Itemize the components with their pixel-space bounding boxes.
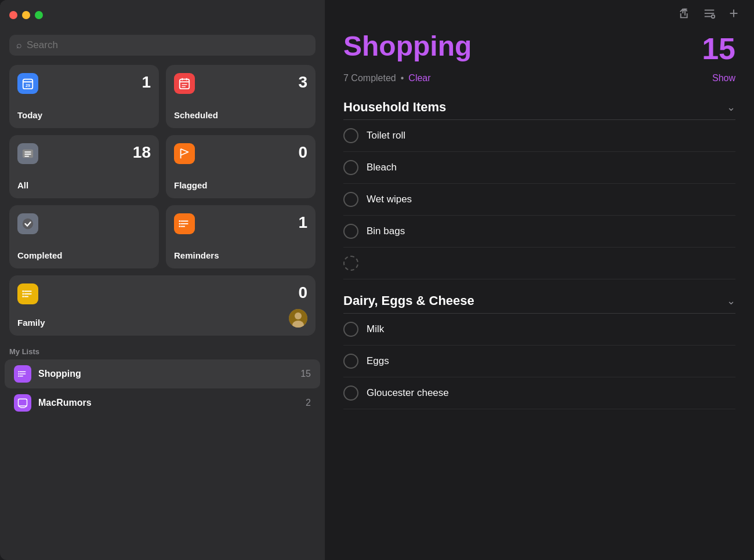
sidebar: ⌕ 29 1 Today	[0, 0, 325, 560]
all-card[interactable]: 18 All	[9, 135, 159, 198]
todo-checkbox-eggs[interactable]	[343, 354, 358, 369]
add-reminder-button[interactable]	[727, 7, 740, 20]
clear-button[interactable]: Clear	[408, 73, 430, 83]
shopping-list-name: Shopping	[38, 369, 293, 379]
todo-item-toilet-roll[interactable]: Toilet roll	[343, 120, 735, 152]
scheduled-count: 3	[298, 73, 307, 92]
svg-point-32	[18, 371, 19, 372]
todo-item-eggs[interactable]: Eggs	[343, 346, 735, 377]
search-icon: ⌕	[16, 40, 22, 50]
svg-point-23	[22, 290, 24, 292]
dairy-section-title: Dairy, Eggs & Cheese	[343, 293, 474, 308]
svg-rect-3	[180, 79, 190, 89]
family-icon	[17, 283, 38, 304]
todo-item-bleach[interactable]: Bleach	[343, 152, 735, 184]
smart-lists-grid-2: Completed 1 Reminders	[0, 205, 325, 268]
macrumors-list-name: MacRumors	[38, 398, 299, 408]
family-avatar	[289, 309, 307, 328]
search-input[interactable]	[27, 39, 309, 51]
todo-checkbox-bin-bags[interactable]	[343, 224, 358, 239]
todo-item-gloucester[interactable]: Gloucester cheese	[343, 377, 735, 409]
fullscreen-button[interactable]	[35, 11, 43, 19]
todo-text-eggs: Eggs	[367, 355, 389, 367]
household-section-header[interactable]: Household Items ⌄	[343, 90, 735, 120]
flagged-card[interactable]: 0 Flagged	[166, 135, 316, 198]
completed-card[interactable]: Completed	[9, 205, 159, 268]
scheduled-card[interactable]: 3 Scheduled	[166, 65, 316, 128]
main-toolbar	[325, 0, 754, 27]
list-item-macrumors[interactable]: MacRumors 2	[5, 388, 320, 417]
svg-point-18	[179, 223, 180, 225]
smart-lists-grid: 29 1 Today	[0, 65, 325, 198]
todo-checkbox-toilet-roll[interactable]	[343, 128, 358, 143]
dairy-section: Dairy, Eggs & Cheese ⌄ Milk Eggs Glouces…	[325, 284, 754, 409]
todo-item-bin-bags[interactable]: Bin bags	[343, 216, 735, 248]
my-lists-label: My Lists	[0, 343, 325, 359]
todo-text-toilet-roll: Toilet roll	[367, 130, 405, 141]
svg-point-33	[18, 373, 19, 374]
svg-point-27	[295, 312, 302, 319]
household-section: Household Items ⌄ Toilet roll Bleach Wet…	[325, 90, 754, 279]
svg-rect-35	[19, 399, 27, 406]
reminders-count: 1	[298, 213, 307, 232]
main-content: Shopping 15 7 Completed • Clear Show Hou…	[325, 0, 754, 560]
list-total-count: 15	[702, 31, 735, 66]
household-chevron-icon: ⌄	[727, 101, 735, 114]
all-label: All	[17, 180, 151, 190]
svg-text:29: 29	[26, 83, 30, 88]
dairy-chevron-icon: ⌄	[727, 294, 735, 307]
list-options-button[interactable]	[703, 7, 716, 20]
today-label: Today	[17, 110, 151, 120]
flagged-label: Flagged	[174, 180, 307, 190]
list-item-shopping[interactable]: Shopping 15	[5, 359, 320, 388]
today-count: 1	[142, 73, 151, 92]
family-card[interactable]: 0 Family	[9, 275, 316, 336]
all-count: 18	[133, 143, 151, 162]
separator-dot: •	[401, 73, 404, 83]
todo-item-wet-wipes[interactable]: Wet wipes	[343, 184, 735, 216]
todo-text-milk: Milk	[367, 323, 384, 335]
flagged-icon	[174, 143, 195, 164]
todo-checkbox-milk[interactable]	[343, 322, 358, 337]
main-header: Shopping 15	[325, 27, 754, 66]
todo-checkbox-bleach[interactable]	[343, 160, 358, 175]
todo-item-new-1[interactable]	[343, 248, 735, 279]
search-bar[interactable]: ⌕	[9, 35, 316, 56]
completed-label: Completed	[17, 250, 151, 260]
dairy-section-header[interactable]: Dairy, Eggs & Cheese ⌄	[343, 284, 735, 314]
scheduled-label: Scheduled	[174, 110, 307, 120]
today-card[interactable]: 29 1 Today	[9, 65, 159, 128]
todo-text-bin-bags: Bin bags	[367, 226, 405, 237]
completed-icon	[17, 213, 38, 234]
todo-checkbox-wet-wipes[interactable]	[343, 192, 358, 207]
shopping-list-icon	[14, 365, 31, 383]
todo-text-gloucester: Gloucester cheese	[367, 387, 449, 399]
titlebar	[0, 0, 325, 30]
show-button[interactable]: Show	[712, 73, 735, 83]
svg-point-25	[22, 296, 24, 297]
reminders-card[interactable]: 1 Reminders	[166, 205, 316, 268]
todo-text-bleach: Bleach	[367, 162, 397, 173]
family-count: 0	[298, 283, 307, 302]
todo-item-milk[interactable]: Milk	[343, 314, 735, 346]
svg-point-19	[179, 226, 180, 227]
macrumors-list-count: 2	[306, 398, 311, 408]
close-button[interactable]	[9, 11, 17, 19]
share-button[interactable]	[679, 7, 691, 20]
todo-checkbox-gloucester[interactable]	[343, 386, 358, 401]
reminders-label: Reminders	[174, 250, 307, 260]
shopping-list-count: 15	[300, 369, 311, 379]
svg-point-24	[22, 293, 24, 295]
flagged-count: 0	[298, 143, 307, 162]
svg-point-13	[23, 219, 33, 229]
svg-point-34	[18, 376, 19, 377]
svg-point-17	[179, 220, 180, 222]
today-icon: 29	[17, 73, 38, 94]
macrumors-list-icon	[14, 394, 31, 412]
todo-checkbox-new-1[interactable]	[343, 256, 358, 271]
minimize-button[interactable]	[22, 11, 30, 19]
completed-bar: 7 Completed • Clear Show	[325, 66, 754, 90]
list-title: Shopping	[343, 31, 472, 62]
reminders-icon	[174, 213, 195, 234]
completed-count-text: 7 Completed	[343, 73, 396, 83]
